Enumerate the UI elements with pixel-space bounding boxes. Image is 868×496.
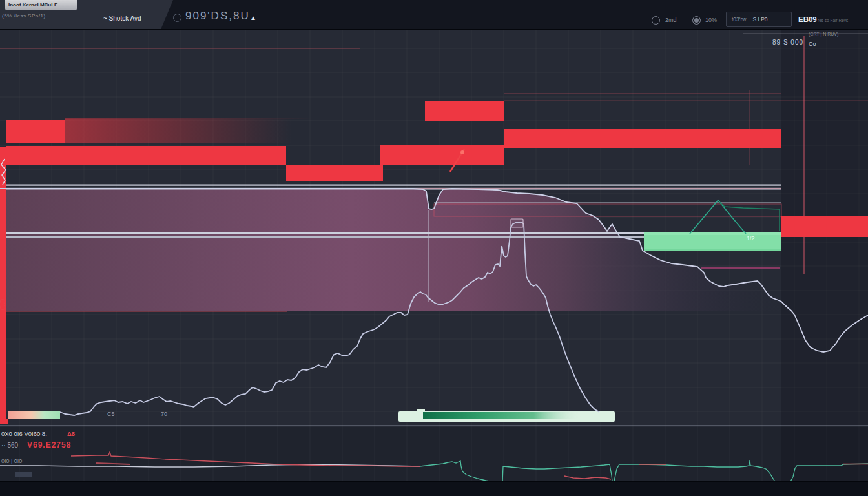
stat2-value: 10% xyxy=(705,17,717,23)
red-note-block xyxy=(781,216,868,237)
red-left-bar-stub xyxy=(0,418,8,424)
module-chip[interactable]: Inoot Kernel MCuLE xyxy=(5,0,77,10)
salmon-green-strip xyxy=(8,411,60,418)
chart-shapes xyxy=(0,29,868,486)
red-note-block xyxy=(6,146,286,165)
gray-rail-top-a xyxy=(0,185,781,186)
gray-rail-mid-a xyxy=(0,232,645,234)
indicator-red-dash xyxy=(96,463,130,464)
red-needle-tip xyxy=(460,150,464,154)
time-axis-bar[interactable] xyxy=(0,481,868,496)
chart-canvas[interactable] xyxy=(0,0,868,496)
price-readout: 909'DS,8U xyxy=(185,10,250,23)
mode-value-b: S LP0 xyxy=(752,16,767,23)
mode-selector-box[interactable]: t03'rw S LP0 xyxy=(726,12,792,27)
out-of-range-zone xyxy=(781,29,868,481)
top-bar: Inoot Kernel MCuLE (5% /less SPo/1) ~ Sh… xyxy=(0,0,868,30)
red-note-block xyxy=(425,101,504,121)
gray-rail-mid-b xyxy=(0,236,645,238)
gray-line-right xyxy=(434,202,781,203)
mode-value-a: t03'rw xyxy=(732,16,746,23)
green-zone-top xyxy=(644,232,781,235)
red-fade-strip xyxy=(65,119,292,143)
session-code: EB09 xyxy=(798,16,817,23)
red-note-block xyxy=(286,165,383,181)
red-left-bar xyxy=(0,147,6,418)
mint-block-notch xyxy=(417,409,425,412)
mini-box xyxy=(16,472,32,477)
pin-icon[interactable] xyxy=(692,16,701,25)
triangle-up-icon[interactable]: ▲ xyxy=(250,14,256,21)
mint-block-gradient xyxy=(423,412,581,418)
stat1-value: 2md xyxy=(665,17,677,23)
clock-icon[interactable] xyxy=(652,16,660,25)
red-note-block xyxy=(6,120,65,143)
red-note-block xyxy=(380,145,504,165)
refresh-icon[interactable] xyxy=(173,14,181,22)
stretch-mode-button[interactable]: ~ Shotck Avd xyxy=(103,15,141,22)
teal-triangle xyxy=(690,200,746,234)
green-zone-bottom xyxy=(644,249,781,251)
red-fade-topline xyxy=(65,118,313,119)
plateau-marker xyxy=(511,219,523,227)
red-note-block xyxy=(504,129,781,148)
app-window: C57089 S 000Co(CRT | N RUV)1/20X0 0I6 V0… xyxy=(0,0,868,496)
green-zone-block xyxy=(644,232,781,251)
panel-separator xyxy=(0,426,868,427)
session-code-tail: res so Fair Revs xyxy=(818,18,848,23)
indicator-red-curve xyxy=(564,476,611,479)
module-subtitle: (5% /less SPo/1) xyxy=(2,13,46,19)
